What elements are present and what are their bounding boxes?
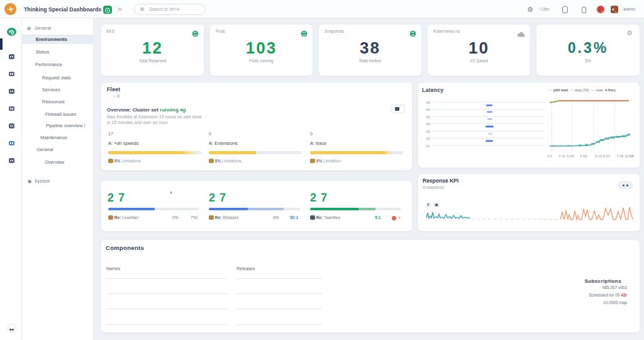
svg-text:40: 40 — [426, 108, 430, 111]
svg-text:9:58: 9:58 — [580, 154, 587, 158]
svg-text:30: 30 — [426, 122, 430, 126]
svg-text:5:0: 5:0 — [629, 154, 634, 158]
svg-text:20: 20 — [426, 137, 430, 140]
svg-text:15: 15 — [425, 144, 430, 148]
svg-text:9:16 8:20: 9:16 8:20 — [595, 154, 610, 158]
svg-text:4:5: 4:5 — [547, 154, 552, 158]
svg-text:45: 45 — [426, 101, 430, 105]
svg-text:35: 35 — [426, 115, 430, 119]
svg-text:25: 25 — [426, 130, 430, 133]
svg-text:7:41 5:08: 7:41 5:08 — [558, 154, 574, 158]
